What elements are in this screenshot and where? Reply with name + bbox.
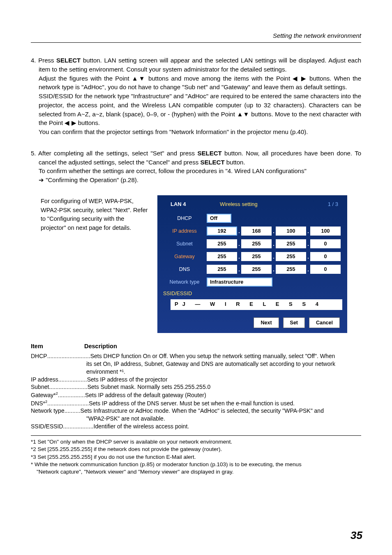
item-description: Identifier of the wireless access point. — [94, 423, 362, 430]
step5-select-1: SELECT — [197, 150, 221, 157]
wireless-title: Wireless setting — [220, 201, 258, 208]
table-row: DHCP...........................Sets DHCP… — [31, 352, 361, 360]
wireless-setting-screen: LAN 4 Wireless setting 1 / 3 DHCP Off IP… — [157, 195, 347, 333]
step4-p3c: buttons. — [76, 119, 100, 126]
step4-select-bold: SELECT — [56, 57, 81, 64]
footnote-4a: * While the network communication functi… — [31, 461, 361, 468]
item-description: Sets IP address of the projector — [87, 376, 361, 384]
item-name: IP address — [31, 376, 58, 384]
table-row: Network type ..........Sets Infrastructu… — [31, 407, 361, 415]
table-row-continuation: its set On, IP address, Subnet, Gateway … — [31, 360, 361, 368]
cancel-button[interactable]: Cancel — [309, 317, 340, 328]
ip-octet-1[interactable]: 192 — [207, 227, 237, 236]
item-description: Sets IP address of the DNS server. Must … — [89, 400, 361, 407]
triangle-up-down-icon: ▲▼ — [132, 75, 146, 82]
page-indicator: 1 / 3 — [328, 201, 338, 208]
dns-octet-3[interactable]: 255 — [276, 265, 306, 274]
triangle-left-right-icon: ◀ ▶ — [65, 119, 76, 126]
step4-p2a: Adjust the figures with the Point — [39, 75, 132, 82]
triangle-up-down-icon: ▲▼ — [237, 111, 249, 118]
subnet-octet-4[interactable]: 0 — [310, 239, 341, 248]
gateway-octet-4[interactable]: 0 — [310, 252, 341, 261]
header-rule: Setting the network environment — [31, 33, 361, 43]
dns-label: DNS — [162, 266, 207, 273]
item-description-cont: "WPA2-PSK" are not available. — [31, 415, 361, 423]
ip-octet-4[interactable]: 100 — [310, 227, 341, 236]
item-description: Sets Infrastructure or AdHoc mode. When … — [81, 407, 361, 415]
step4-p4: You can confirm that the projector setti… — [39, 128, 308, 135]
leader-dots: ................. — [58, 391, 85, 399]
item-description-cont: its set On, IP address, Subnet, Gateway … — [31, 360, 361, 368]
subnet-octet-2[interactable]: 255 — [241, 239, 272, 248]
table-row-continuation: environment *¹. — [31, 368, 361, 376]
ssid-label: SSID/ESSID — [162, 290, 207, 297]
ip-octet-2[interactable]: 168 — [241, 227, 272, 236]
step5-a: 5. After completing all the settings, se… — [31, 150, 197, 157]
dns-octets: 255. 255. 255. 0 — [207, 265, 341, 274]
triangle-left-right-icon: ◀ ▶ — [293, 75, 307, 82]
page-number: 35 — [350, 528, 362, 543]
step4-prefix: 4. Press — [31, 57, 56, 64]
next-button[interactable]: Next — [254, 317, 279, 328]
step5-line2: To confirm whether the settings are corr… — [39, 167, 307, 174]
dns-octet-2[interactable]: 255 — [241, 265, 272, 274]
table-row: IP address ..................Sets IP add… — [31, 376, 361, 384]
footnote-1: *1 Set "On" only when the DHCP server is… — [31, 438, 361, 446]
item-description: Sets Subnet mask. Normally sets 255.255.… — [88, 383, 361, 391]
gateway-octet-3[interactable]: 255 — [276, 252, 306, 261]
footnote-2: *2 Set [255.255.255.255] if the network … — [31, 446, 361, 453]
step5-select-2: SELECT — [200, 159, 224, 166]
table-header-desc: Description — [84, 342, 361, 351]
leader-dots: ........................... — [47, 352, 90, 360]
gateway-octet-1[interactable]: 255 — [207, 252, 237, 261]
footnote-4b: "Network capture", "Network viewer" and … — [31, 468, 361, 476]
dns-octet-4[interactable]: 0 — [310, 265, 341, 274]
side-screen-block: For configuring of WEP, WPA-PSK, WPA2-PS… — [31, 195, 361, 333]
item-name: SSID/ESSID — [31, 423, 63, 430]
table-row: Gateway*2.................Sets IP addres… — [31, 391, 361, 399]
item-name: DHCP — [31, 352, 47, 360]
leader-dots: ................... — [63, 423, 94, 430]
ip-label: IP address — [162, 227, 207, 235]
leader-dots: ........................ — [49, 383, 87, 391]
footnotes: *1 Set "On" only when the DHCP server is… — [31, 435, 361, 476]
subnet-octet-1[interactable]: 255 — [207, 239, 237, 248]
item-description: Sets IP address of the default gateway (… — [85, 391, 361, 399]
step-4: 4. Press SELECT button. LAN setting scre… — [31, 56, 361, 136]
ip-octet-3[interactable]: 100 — [276, 227, 306, 236]
subnet-label: Subnet — [162, 240, 207, 247]
item-description: Sets DHCP function On or Off. When you s… — [90, 352, 361, 360]
subnet-octets: 255. 255. 255. 0 — [207, 239, 341, 248]
step4-rest: button. LAN setting screen will appear a… — [39, 57, 361, 73]
table-row: DNS*2..........................Sets IP a… — [31, 399, 361, 407]
gateway-octet-2[interactable]: 255 — [241, 252, 272, 261]
dhcp-label: DHCP — [162, 215, 207, 222]
leader-dots: .......... — [65, 407, 81, 415]
arrow-right-icon: ➔ — [39, 176, 44, 183]
item-name: DNS*2 — [31, 399, 47, 407]
item-name: Network type — [31, 407, 65, 415]
item-description-cont: environment *¹. — [31, 368, 361, 376]
gateway-octets: 255. 255. 255. 0 — [207, 252, 341, 261]
table-header-item: Item — [31, 342, 84, 351]
item-name: Subnet — [31, 383, 49, 391]
settings-table: Item Description DHCP...................… — [31, 342, 361, 430]
subnet-octet-3[interactable]: 255 — [276, 239, 306, 248]
table-row-continuation: "WPA2-PSK" are not available. — [31, 415, 361, 423]
step5-c: button. — [225, 159, 245, 166]
footnote-3: *3 Set [255.255.255.255] if you do not u… — [31, 453, 361, 461]
step4-p2b: buttons and move among the items with th… — [146, 75, 293, 82]
item-name: Gateway*2 — [31, 391, 58, 399]
nettype-value[interactable]: Infrastructure — [207, 278, 272, 287]
step-5: 5. After completing all the settings, se… — [31, 149, 361, 185]
set-button[interactable]: Set — [283, 317, 305, 328]
ssid-value[interactable]: PJ — W I R E L E S S 4 — [171, 299, 342, 310]
table-row: Subnet........................Sets Subne… — [31, 383, 361, 391]
nettype-label: Network type — [162, 278, 207, 286]
dhcp-value[interactable]: Off — [207, 214, 231, 223]
dns-octet-1[interactable]: 255 — [207, 265, 237, 274]
leader-dots: .................. — [58, 376, 87, 384]
lan-title: LAN 4 — [171, 201, 186, 208]
step5-line3-rest: "Confirming the Operation" (p.28). — [44, 176, 138, 183]
side-note: For configuring of WEP, WPA-PSK, WPA2-PS… — [31, 195, 150, 233]
